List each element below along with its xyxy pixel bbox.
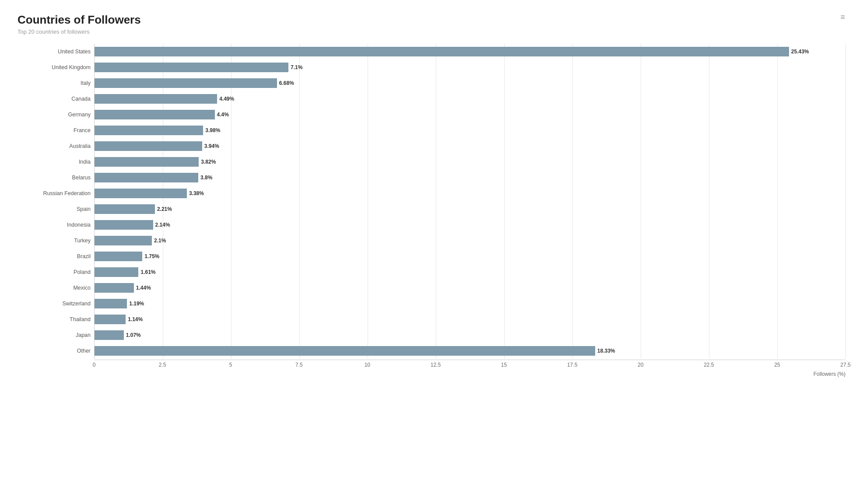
bar-row: 1.44% [95,280,845,296]
bar [95,283,134,293]
x-tick: 12.5 [431,362,441,368]
x-tick: 25 [774,362,780,368]
y-label: Turkey [74,233,91,248]
bar-row: 3.38% [95,186,845,201]
chart-subtitle: Top 20 countries of followers [18,28,141,35]
bar [95,47,789,56]
bar-row: 2.21% [95,201,845,217]
bar-row: 3.82% [95,154,845,170]
bar-value-label: 1.19% [129,301,144,307]
bar-row: 3.8% [95,170,845,186]
bar-row: 6.68% [95,75,845,91]
bar-row: 1.19% [95,296,845,312]
bar-row: 4.4% [95,107,845,122]
y-label: Russian Federation [43,186,91,201]
menu-icon[interactable]: ≡ [840,13,845,21]
bar-row: 2.14% [95,217,845,233]
x-axis: 02.557.51012.51517.52022.52527.5 Followe… [94,359,845,377]
bar [95,267,138,277]
chart-title: Countries of Followers [18,13,141,27]
y-label: Switzerland [62,296,91,312]
bar-value-label: 7.1% [291,64,302,70]
bar-value-label: 6.68% [279,80,294,86]
y-labels: United StatesUnited KingdomItalyCanadaGe… [18,44,94,359]
y-label: Australia [69,138,91,154]
bar-row: 7.1% [95,60,845,75]
bar-value-label: 4.49% [219,96,234,102]
bar-value-label: 3.94% [204,143,219,149]
bar [95,110,215,119]
x-tick: 27.5 [840,362,850,368]
bar-row: 1.75% [95,248,845,264]
x-tick: 0 [93,362,96,368]
y-label: Japan [76,327,91,343]
y-label: Spain [77,201,91,217]
bar [95,330,124,340]
bar-value-label: 3.82% [201,159,216,165]
y-label: Other [77,343,91,359]
bar-value-label: 25.43% [791,49,809,55]
y-label: India [79,154,91,170]
chart-area: United StatesUnited KingdomItalyCanadaGe… [18,44,845,359]
bars-section: 25.43%7.1%6.68%4.49%4.4%3.98%3.94%3.82%3… [94,44,845,359]
bar [95,126,203,135]
bar-value-label: 1.61% [140,269,155,275]
bar [95,299,127,308]
x-tick: 15 [501,362,507,368]
y-label: Indonesia [67,217,91,233]
bar-row: 3.98% [95,122,845,138]
x-tick: 10 [365,362,370,368]
bar-value-label: 18.33% [597,348,615,354]
chart-header: Countries of Followers Top 20 countries … [18,13,845,35]
bar [95,78,277,88]
bar-row: 1.61% [95,264,845,280]
x-tick: 20 [638,362,643,368]
bar-value-label: 2.1% [154,238,166,244]
bar-value-label: 1.44% [136,285,151,291]
bar-value-label: 3.98% [205,127,220,133]
y-label: Canada [71,91,91,107]
x-tick: 5 [229,362,232,368]
bar-row: 18.33% [95,343,845,359]
bar-value-label: 3.8% [200,175,212,181]
y-label: Belarus [72,170,91,186]
bar [95,189,187,198]
bar [95,157,199,167]
bar [95,252,142,261]
bar-value-label: 1.14% [128,316,143,322]
y-label: Germany [68,107,91,122]
y-label: Poland [74,264,91,280]
y-label: France [74,122,91,138]
bar [95,173,198,182]
y-label: Mexico [73,280,91,296]
bar-row: 25.43% [95,44,845,60]
bar-value-label: 4.4% [217,112,229,118]
bar-row: 1.14% [95,312,845,327]
bar [95,63,288,72]
chart-container: United StatesUnited KingdomItalyCanadaGe… [18,44,845,377]
title-block: Countries of Followers Top 20 countries … [18,13,141,35]
x-tick: 2.5 [159,362,166,368]
bar [95,220,153,230]
grid-line [845,44,846,359]
bar [95,346,595,356]
bar-value-label: 1.75% [144,253,159,259]
y-label: Brazil [77,248,91,264]
bar-value-label: 2.14% [155,222,170,228]
x-tick: 7.5 [295,362,303,368]
bar-row: 3.94% [95,138,845,154]
bar [95,236,152,245]
bar-row: 4.49% [95,91,845,107]
x-tick: 17.5 [567,362,577,368]
x-tick: 22.5 [704,362,714,368]
bar-value-label: 1.07% [126,332,141,338]
bar-row: 1.07% [95,327,845,343]
x-axis-label: Followers (%) [94,371,845,377]
bar-value-label: 2.21% [157,206,172,212]
y-label: United States [58,44,91,60]
bar [95,94,217,104]
y-label: United Kingdom [52,60,91,75]
bar-row: 2.1% [95,233,845,248]
y-label: Italy [81,75,91,91]
bar [95,204,155,214]
